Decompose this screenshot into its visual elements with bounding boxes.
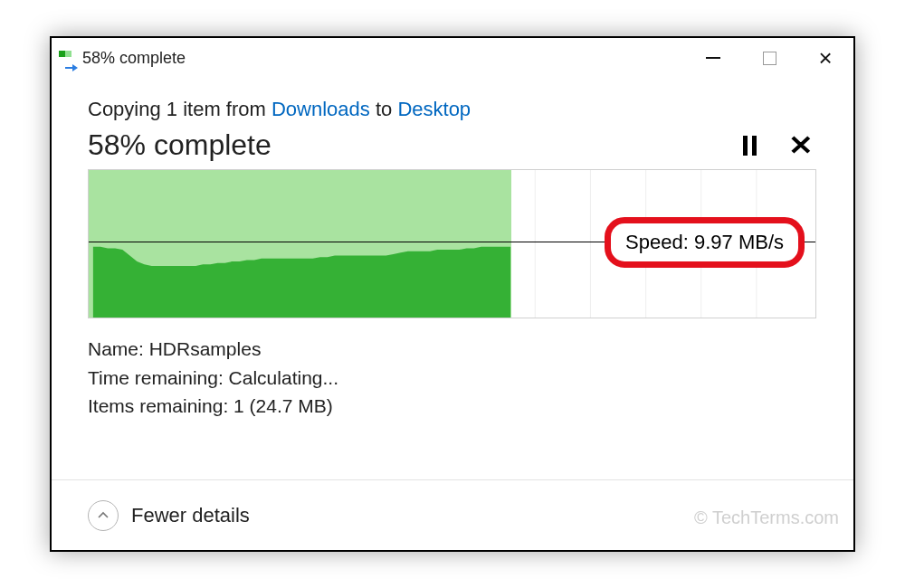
source-folder-link[interactable]: Downloads <box>272 98 370 120</box>
dialog-body: Copying 1 item from Downloads to Desktop… <box>52 78 853 421</box>
time-label: Time remaining: <box>88 367 229 388</box>
items-label: Items remaining: <box>88 395 233 416</box>
desc-mid: to <box>370 98 398 120</box>
time-value: Calculating... <box>229 367 338 388</box>
window-controls: × <box>685 38 853 78</box>
details-block: Name: HDRsamples Time remaining: Calcula… <box>88 335 817 421</box>
window-title: 58% complete <box>82 49 186 68</box>
operation-description: Copying 1 item from Downloads to Desktop <box>88 98 817 121</box>
pause-button[interactable] <box>743 136 757 156</box>
close-button[interactable]: × <box>797 38 853 78</box>
detail-name-row: Name: HDRsamples <box>88 335 817 364</box>
desc-prefix: Copying 1 item from <box>88 98 272 120</box>
speed-label-callout: Speed: 9.97 MB/s <box>605 217 805 268</box>
name-label: Name: <box>88 338 149 359</box>
watermark: © TechTerms.com <box>694 507 839 528</box>
maximize-button[interactable] <box>741 38 797 78</box>
name-value: HDRsamples <box>149 338 262 359</box>
detail-items-row: Items remaining: 1 (24.7 MB) <box>88 392 817 421</box>
toggle-details-button[interactable] <box>88 500 119 531</box>
titlebar: 58% complete × <box>52 38 853 78</box>
progress-status: 58% complete <box>88 128 743 162</box>
dest-folder-link[interactable]: Desktop <box>397 98 471 120</box>
minimize-button[interactable] <box>685 38 741 78</box>
copy-dialog: 58% complete × Copying 1 item from Downl… <box>50 36 855 552</box>
detail-time-row: Time remaining: Calculating... <box>88 364 817 393</box>
chevron-up-icon <box>97 509 110 522</box>
speed-graph: Speed: 9.97 MB/s <box>88 169 816 318</box>
items-value: 1 (24.7 MB) <box>233 395 333 416</box>
copy-progress-icon <box>59 51 77 65</box>
cancel-button[interactable]: ✕ <box>788 136 814 156</box>
